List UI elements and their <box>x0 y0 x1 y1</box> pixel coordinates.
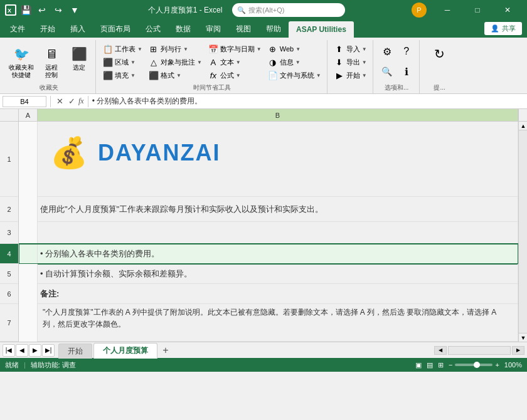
cell-a2[interactable] <box>19 197 38 222</box>
formula-content[interactable]: • 分别输入各表中各类别的费用。 <box>92 96 524 107</box>
info-button[interactable]: ◑ 信息▼ <box>266 56 323 68</box>
tab-page-layout[interactable]: 页面布局 <box>93 21 138 38</box>
add-sheet-button[interactable]: + <box>159 344 173 357</box>
colrow-button[interactable]: ⊞ 列与行▼ <box>147 43 204 55</box>
confirm-formula-button[interactable]: ✓ <box>67 97 77 106</box>
scroll-left-button[interactable]: ◀ <box>434 346 447 355</box>
cell-a4[interactable] <box>19 244 38 264</box>
search-placeholder: 搜索(Alt+Q) <box>248 6 284 15</box>
formula-button[interactable]: fx 公式▼ <box>206 69 264 81</box>
help-button[interactable]: ? <box>398 43 415 60</box>
search-box[interactable]: 🔍 搜索(Alt+Q) <box>232 3 345 17</box>
sheet-nav-next[interactable]: ▶ <box>29 344 41 357</box>
status-right: ▣ ▤ ⊞ − + 100% <box>415 361 522 369</box>
scroll-right-button[interactable]: ▶ <box>512 346 524 355</box>
row-num-1[interactable]: 1 <box>0 122 18 197</box>
zoom-slider[interactable] <box>455 364 492 366</box>
scroll-track[interactable] <box>519 130 527 333</box>
cell-b4[interactable]: • 分别输入各表中各类别的费用。 <box>38 244 518 264</box>
tab-view[interactable]: 视图 <box>228 21 258 38</box>
fill-button[interactable]: ⬛ 填充▼ <box>101 69 144 81</box>
table-row: "个人月度预算"工作表的 A 列中提供了附加说明。此文本已被有意隐藏。若要删除文… <box>19 304 518 342</box>
view-layout[interactable]: ▤ <box>427 361 433 369</box>
tab-home[interactable]: 开始 <box>33 21 63 38</box>
sheet-nav-first[interactable]: |◀ <box>3 344 15 357</box>
col-header-b[interactable]: B <box>38 109 518 121</box>
row-num-6[interactable]: 6 <box>0 284 18 304</box>
view-normal[interactable]: ▣ <box>415 361 422 369</box>
tab-file[interactable]: 文件 <box>3 21 33 38</box>
ribbon-group-importexport: ⬆ 导入▼ ⬇ 导出▼ ▶ 开始▼ <box>329 40 373 93</box>
remote-label: 远程控制 <box>45 64 58 79</box>
table-row: 💰 DAYANZAI <box>19 122 518 197</box>
share-button[interactable]: 👤 共享 <box>484 22 522 35</box>
cell-a3[interactable] <box>19 222 38 244</box>
cell-a5[interactable] <box>19 264 38 284</box>
sheet-nav-last[interactable]: ▶| <box>42 344 55 357</box>
scroll-down-button[interactable]: ▼ <box>519 333 527 342</box>
cell-a1[interactable] <box>19 122 38 197</box>
cell-b6[interactable]: 备注: <box>38 284 518 304</box>
cell-b2[interactable]: 使用此"个人月度预算"工作表来跟踪每月预计和实际收入以及预计和实际支出。 <box>38 197 518 222</box>
web-button[interactable]: ⊕ Web▼ <box>266 43 323 55</box>
range-button[interactable]: ⬛ 区域▼ <box>101 56 144 68</box>
row-num-4[interactable]: 4 <box>0 244 18 264</box>
cell-a7[interactable] <box>19 304 38 342</box>
import-button[interactable]: ⬆ 导入▼ <box>333 43 369 55</box>
favorites-button[interactable]: 🐦 收藏夹和快捷键 <box>6 43 36 80</box>
scroll-up-button[interactable]: ▲ <box>519 122 527 130</box>
cell-b7[interactable]: "个人月度预算"工作表的 A 列中提供了附加说明。此文本已被有意隐藏。若要删除文… <box>38 304 518 342</box>
tab-insert[interactable]: 插入 <box>63 21 93 38</box>
close-button[interactable]: ✕ <box>493 0 522 20</box>
remote-button[interactable]: 🖥 远程控制 <box>39 43 64 80</box>
insert-function-button[interactable]: fx <box>78 97 84 106</box>
user-avatar[interactable]: P <box>412 3 427 18</box>
format-button[interactable]: ⬛ 格式▼ <box>147 69 204 81</box>
cell-b5[interactable]: • 自动计算预计余额、实际余额和差额异。 <box>38 264 518 284</box>
select-button[interactable]: ⬛ 选定 <box>67 43 92 73</box>
objects-button[interactable]: △ 对象与批注▼ <box>147 56 204 68</box>
cell-b3[interactable] <box>38 222 518 244</box>
row-num-5[interactable]: 5 <box>0 264 18 284</box>
title-bar-center: 个人月度预算1 - Excel 🔍 搜索(Alt+Q) <box>82 3 412 17</box>
cell-reference[interactable] <box>3 96 46 107</box>
col-header-a[interactable]: A <box>19 109 38 121</box>
tab-review[interactable]: 审阅 <box>198 21 228 38</box>
row-num-2[interactable]: 2 <box>0 197 18 222</box>
cancel-formula-button[interactable]: ✕ <box>55 97 65 106</box>
start-button[interactable]: ▶ 开始▼ <box>333 69 369 81</box>
minimize-button[interactable]: ─ <box>433 0 462 20</box>
format-icon: ⬛ <box>149 70 159 80</box>
tab-asap[interactable]: ASAP Utilities <box>289 21 354 38</box>
info-btn[interactable]: ℹ <box>398 63 415 80</box>
customize-button[interactable]: ▼ <box>68 3 82 17</box>
sheet-tab-start[interactable]: 开始 <box>58 344 92 359</box>
refresh-button[interactable]: ↻ <box>427 43 452 65</box>
h-scroll-track[interactable] <box>448 346 511 355</box>
settings-button[interactable]: ⚙ <box>378 43 396 60</box>
zoom-in-button[interactable]: + <box>495 361 499 369</box>
row-numbers: 1 2 3 4 5 6 7 <box>0 122 19 342</box>
sheet-nav-prev[interactable]: ◀ <box>16 344 28 357</box>
tab-formulas[interactable]: 公式 <box>138 21 168 38</box>
tab-help[interactable]: 帮助 <box>258 21 289 38</box>
export-button[interactable]: ⬇ 导出▼ <box>333 56 369 68</box>
tab-data[interactable]: 数据 <box>168 21 198 38</box>
undo-button[interactable]: ↩ <box>35 3 49 17</box>
cell-b1[interactable]: 💰 DAYANZAI <box>38 122 518 197</box>
zoom-percent[interactable]: 100% <box>504 361 522 369</box>
row-num-7[interactable]: 7 <box>0 304 18 342</box>
worksheets-button[interactable]: 📋 工作表▼ <box>101 43 144 55</box>
redo-button[interactable]: ↪ <box>51 3 65 17</box>
save-button[interactable]: 💾 <box>19 3 33 17</box>
text-button[interactable]: A 文本▼ <box>206 56 264 68</box>
files-button[interactable]: 📄 文件与系统▼ <box>266 69 323 81</box>
view-page[interactable]: ⊞ <box>438 361 444 369</box>
maximize-button[interactable]: □ <box>463 0 492 20</box>
numbers-button[interactable]: 📅 数字与日期▼ <box>206 43 264 55</box>
search-btn[interactable]: 🔍 <box>378 63 396 80</box>
sheet-tab-budget[interactable]: 个人月度预算 <box>93 343 157 359</box>
cell-a6[interactable] <box>19 284 38 304</box>
row-num-3[interactable]: 3 <box>0 222 18 244</box>
zoom-out-button[interactable]: − <box>449 361 452 369</box>
